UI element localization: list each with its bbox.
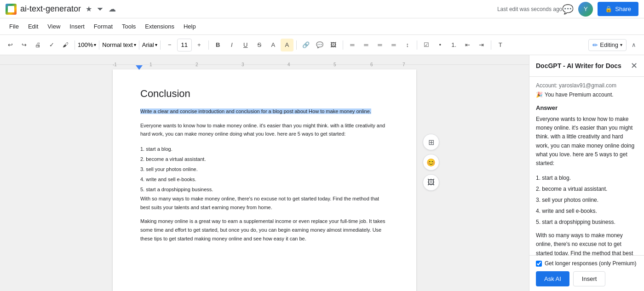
- list-item-3: 4. write and sell e-books.: [140, 174, 389, 184]
- zoom-value: 100%: [78, 41, 93, 48]
- paint-format-button[interactable]: 🖌: [59, 39, 72, 51]
- strikethrough-button[interactable]: S: [253, 39, 266, 51]
- menu-insert[interactable]: Insert: [66, 21, 88, 32]
- underline-button[interactable]: U: [239, 39, 252, 51]
- align-center-button[interactable]: ═: [360, 39, 373, 51]
- highlighted-paragraph: Write a clear and concise introduction a…: [140, 107, 389, 116]
- clear-formatting-button[interactable]: T: [494, 39, 507, 51]
- svg-marker-0: [136, 65, 143, 70]
- menu-tools[interactable]: Tools: [118, 21, 139, 32]
- paragraph-3: Making money online is a great way to ea…: [140, 217, 389, 243]
- menu-help[interactable]: Help: [180, 21, 200, 32]
- doc-title: ai-text-generator: [20, 4, 81, 14]
- align-justify-button[interactable]: ═: [387, 39, 400, 51]
- font-size-input[interactable]: [177, 39, 192, 51]
- chat-icon-button[interactable]: 💬: [562, 4, 574, 15]
- answer-list-item-1: 2. become a virtual assistant.: [536, 183, 638, 194]
- main-area: -1 1 2 3 4 5 6 7 Conclusion Write a clea…: [0, 55, 644, 291]
- font-family-select[interactable]: Arial ▾: [142, 41, 157, 48]
- ruler: -1 1 2 3 4 5 6 7: [0, 64, 529, 65]
- menu-edit[interactable]: Edit: [24, 21, 42, 32]
- ruler-mark-3: 3: [242, 62, 244, 67]
- longer-responses-checkbox[interactable]: [536, 261, 542, 267]
- editing-mode-select[interactable]: ✏ Editing ▾: [588, 39, 627, 51]
- list-item-2: 3. sell your photos online.: [140, 164, 389, 174]
- numbered-list-button[interactable]: 1.: [448, 39, 460, 51]
- sidebar-header: DocGPT - AI Writer for Docs ✕: [529, 55, 644, 77]
- bullet-list-button[interactable]: •: [434, 39, 447, 51]
- sidebar-close-button[interactable]: ✕: [631, 61, 638, 71]
- menu-file[interactable]: File: [6, 21, 23, 32]
- menu-view[interactable]: View: [44, 21, 64, 32]
- image-button[interactable]: 🖼: [327, 39, 340, 51]
- italic-button[interactable]: I: [225, 39, 238, 51]
- undo-button[interactable]: ↩: [4, 39, 17, 51]
- comment-button[interactable]: 💬: [313, 39, 326, 51]
- redo-button[interactable]: ↪: [17, 39, 30, 51]
- answer-list-item-2: 3. sell your photos online.: [536, 194, 638, 205]
- title-icons: ★ ⏷ ☁: [85, 4, 117, 14]
- ruler-mark-2: 2: [196, 62, 198, 67]
- align-right-button[interactable]: ═: [374, 39, 386, 51]
- increase-indent-button[interactable]: ⇥: [475, 39, 488, 51]
- share-lock-icon: 🔒: [605, 6, 612, 12]
- separator-3: [139, 40, 139, 50]
- link-button[interactable]: 🔗: [299, 39, 312, 51]
- font-family-arrow: ▾: [155, 42, 157, 47]
- image-side-button[interactable]: 🖼: [423, 174, 439, 191]
- premium-icon: 🎉: [536, 91, 543, 98]
- spellcheck-button[interactable]: ✓: [45, 39, 58, 51]
- separator-5: [208, 40, 209, 50]
- sidebar-title: DocGPT - AI Writer for Docs: [536, 62, 621, 69]
- emoji-side-button[interactable]: 😊: [423, 154, 439, 171]
- decrease-indent-button[interactable]: ⇤: [461, 39, 474, 51]
- checklist-button[interactable]: ☑: [420, 39, 433, 51]
- answer-paragraph-1: Everyone wants to know how to make money…: [536, 115, 638, 168]
- editing-pencil-icon: ✏: [592, 41, 598, 49]
- text-style-arrow: ▾: [134, 42, 136, 47]
- cloud-icon[interactable]: ☁: [108, 4, 117, 14]
- document-page[interactable]: Conclusion Write a clear and concise int…: [113, 69, 416, 291]
- longer-responses-control: Get longer responses (only Premium): [536, 260, 638, 267]
- separator-7: [343, 40, 343, 50]
- text-style-select[interactable]: Normal text ▾: [102, 41, 136, 48]
- answer-list: 1. start a blog. 2. become a virtual ass…: [536, 172, 638, 228]
- text-style-label: Normal text: [102, 41, 132, 48]
- add-row-side-button[interactable]: ⊞: [423, 134, 439, 150]
- menu-extensions[interactable]: Extensions: [141, 21, 178, 32]
- text-color-button[interactable]: A: [267, 39, 280, 51]
- ruler-mark-6: 6: [370, 62, 373, 67]
- star-icon[interactable]: ★: [85, 4, 93, 14]
- account-label: Account: yaroslav91@gmail.com: [536, 82, 638, 89]
- expand-button[interactable]: ∧: [627, 39, 640, 51]
- highlight-color-button[interactable]: A: [281, 39, 293, 51]
- ruler-mark-7: 7: [402, 62, 405, 67]
- font-size-control: − +: [163, 39, 206, 51]
- list-item-4: 5. start a dropshipping business.: [140, 184, 389, 194]
- zoom-control[interactable]: 100% ▾: [78, 41, 96, 48]
- menu-format[interactable]: Format: [90, 21, 116, 32]
- editing-mode-arrow: ▾: [620, 42, 622, 47]
- align-left-button[interactable]: ═: [346, 39, 359, 51]
- decrease-font-button[interactable]: −: [163, 39, 176, 51]
- print-button[interactable]: 🖨: [31, 39, 44, 51]
- ruler-mark-0: -1: [113, 62, 117, 67]
- share-button[interactable]: 🔒 Share: [598, 2, 638, 16]
- sidebar-content: Account: yaroslav91@gmail.com 🎉 You have…: [529, 77, 644, 255]
- title-right-area: 💬 Y 🔒 Share: [562, 2, 638, 17]
- app-icon: [6, 4, 17, 15]
- line-spacing-button[interactable]: ↕: [401, 39, 414, 51]
- premium-badge: 🎉 You have Premium account.: [536, 91, 638, 98]
- bold-button[interactable]: B: [212, 39, 224, 51]
- document-heading: Conclusion: [140, 88, 389, 100]
- user-avatar[interactable]: Y: [578, 2, 593, 17]
- increase-font-button[interactable]: +: [193, 39, 206, 51]
- ruler-indent-marker: [136, 65, 150, 71]
- history-icon[interactable]: ⏷: [96, 4, 105, 14]
- insert-button[interactable]: Insert: [573, 271, 606, 286]
- ask-ai-button[interactable]: Ask AI: [536, 271, 569, 286]
- ruler-mark-1: 1: [150, 62, 152, 67]
- longer-responses-label: Get longer responses (only Premium): [545, 260, 636, 267]
- last-edit-label: Last edit was seconds ago: [497, 6, 562, 12]
- zoom-arrow: ▾: [94, 42, 96, 47]
